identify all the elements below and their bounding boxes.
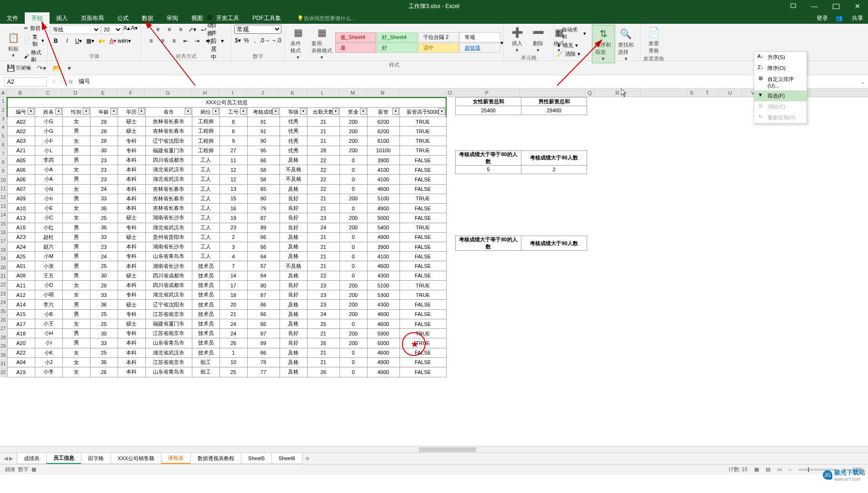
dec-decimal-icon[interactable]: →.0 (271, 36, 281, 45)
font-color-button[interactable]: A▾ (108, 36, 118, 46)
cell[interactable]: 男 (62, 242, 90, 252)
sheet-tab[interactable]: 数据透视表教程 (190, 453, 241, 464)
cell[interactable]: 66 (247, 319, 279, 328)
cell[interactable]: 技术员 (192, 290, 219, 300)
cell[interactable]: 本科 (118, 261, 145, 271)
cell[interactable]: 200 (339, 136, 367, 146)
sheet-tab[interactable]: 课程表 (161, 453, 191, 464)
cell[interactable]: 4900 (367, 367, 399, 377)
cell[interactable]: 64 (247, 252, 279, 261)
sheet-tab[interactable]: XXX公司销售额 (110, 453, 161, 464)
cell[interactable]: 200 (339, 127, 367, 136)
cell[interactable]: 工人 (192, 184, 219, 194)
filter-icon[interactable]: ▾ (185, 108, 191, 115)
delete-cell-button[interactable]: ➖删除 ▾ (528, 25, 549, 53)
cell[interactable]: 工程师 (192, 146, 219, 155)
cell[interactable]: 28 (90, 127, 118, 136)
cell[interactable]: A13 (7, 213, 35, 223)
filter-icon[interactable]: ▾ (110, 108, 117, 115)
tab-formula[interactable]: 公式 (110, 12, 135, 24)
cell[interactable]: 本科 (118, 367, 145, 377)
cell[interactable]: 91 (247, 127, 279, 136)
cell[interactable]: 女 (62, 117, 90, 126)
cell[interactable]: 0 (339, 261, 367, 271)
cell[interactable]: 男 (62, 146, 90, 155)
cell[interactable]: 江苏省南京市 (145, 309, 192, 319)
filter-icon[interactable]: ▾ (83, 108, 90, 115)
cell[interactable]: 21 (307, 252, 339, 261)
cell[interactable]: 湖北省武汉市 (145, 290, 192, 300)
cell[interactable]: FALSE (399, 271, 446, 280)
cell[interactable]: 优秀 (279, 136, 307, 146)
cancel-formula-icon[interactable]: ✕ (51, 79, 56, 85)
cell[interactable]: 四川省成都市 (145, 271, 192, 280)
filter-icon[interactable]: ▾ (439, 108, 445, 115)
cell[interactable]: FALSE (399, 357, 446, 367)
filter-icon[interactable]: ▾ (392, 108, 399, 115)
cell[interactable]: 不及格 (279, 175, 307, 184)
tell-me[interactable]: 💡 告诉我您想要做什么... (297, 12, 355, 24)
cell[interactable]: A14 (7, 300, 35, 309)
cell[interactable]: 四川省成都市 (145, 155, 192, 165)
cell[interactable]: FALSE (399, 204, 446, 213)
tab-view[interactable]: 视图 (185, 12, 210, 24)
cell[interactable]: 小G (35, 127, 62, 136)
fill-color-button[interactable]: ◆▾ (96, 36, 107, 46)
cell[interactable]: 23 (307, 300, 339, 309)
cell[interactable]: 良好 (279, 338, 307, 348)
cell[interactable]: 57 (247, 261, 279, 271)
cell[interactable]: 95 (247, 146, 279, 155)
cell[interactable]: 良好 (279, 280, 307, 290)
cell[interactable]: 男 (62, 127, 90, 136)
cell[interactable]: 小D (35, 280, 62, 290)
cell[interactable]: 工人 (192, 232, 219, 242)
cell[interactable]: FALSE (399, 309, 446, 319)
cell[interactable]: A24 (7, 242, 35, 252)
tab-pdf[interactable]: PDF工具集 (246, 12, 288, 24)
cell[interactable]: TRUE (399, 280, 446, 290)
cell[interactable]: 硕士 (118, 300, 145, 309)
cell[interactable]: 赵六 (35, 242, 62, 252)
cell[interactable]: 66 (247, 232, 279, 242)
cell[interactable]: A02 (7, 127, 35, 136)
col-header[interactable]: 薪资高于5000▾ (399, 107, 446, 117)
cell[interactable]: 25 (307, 319, 339, 328)
cell[interactable]: 及格 (279, 300, 307, 309)
sheet-tab[interactable]: 成绩表 (17, 453, 47, 464)
cell[interactable]: 本科 (118, 348, 145, 357)
cell[interactable]: 湖北省武汉市 (145, 348, 192, 357)
cell[interactable]: 200 (339, 290, 367, 300)
cell[interactable]: 4100 (367, 175, 399, 184)
cell[interactable]: 良好 (279, 194, 307, 203)
sort-asc-item[interactable]: A↓升序(S) (754, 52, 807, 63)
italic-button[interactable]: I (62, 36, 72, 46)
filter-icon[interactable]: ▾ (360, 108, 367, 115)
format-painter-button[interactable]: 🖌 格式刷 (24, 49, 44, 63)
table-format-button[interactable]: ▦套用 表格格式 ▾ (309, 25, 335, 60)
cell[interactable]: 女 (62, 319, 90, 328)
cell[interactable]: 200 (339, 300, 367, 309)
cell[interactable]: 0 (339, 155, 367, 165)
filter-icon[interactable]: ▾ (332, 108, 339, 115)
tab-home[interactable]: 开始 (25, 12, 50, 24)
cell[interactable]: 湖北省武汉市 (145, 165, 192, 175)
phonetic-button[interactable]: wén▾ (119, 36, 130, 46)
cell[interactable]: 技术员 (192, 300, 219, 309)
cell[interactable]: 专科 (118, 252, 145, 261)
cell[interactable]: 33 (90, 194, 118, 203)
style-hyperlink[interactable]: 超链接 (459, 43, 500, 53)
cell[interactable]: 女 (62, 204, 90, 213)
cell[interactable]: 13 (219, 184, 247, 194)
cell[interactable]: 66 (247, 309, 279, 319)
horizontal-scrollbar[interactable] (0, 446, 868, 453)
cell[interactable]: 男 (62, 300, 90, 309)
cell[interactable]: 不及格 (279, 261, 307, 271)
cell[interactable]: 女 (62, 290, 90, 300)
cell[interactable]: 33 (90, 338, 118, 348)
cell[interactable]: 湖南省长沙市 (145, 261, 192, 271)
cell[interactable]: 专科 (118, 223, 145, 232)
cell[interactable]: 小红 (35, 223, 62, 232)
cell[interactable]: 21 (307, 204, 339, 213)
cell[interactable]: FALSE (399, 367, 446, 377)
cell[interactable]: 20 (219, 300, 247, 309)
